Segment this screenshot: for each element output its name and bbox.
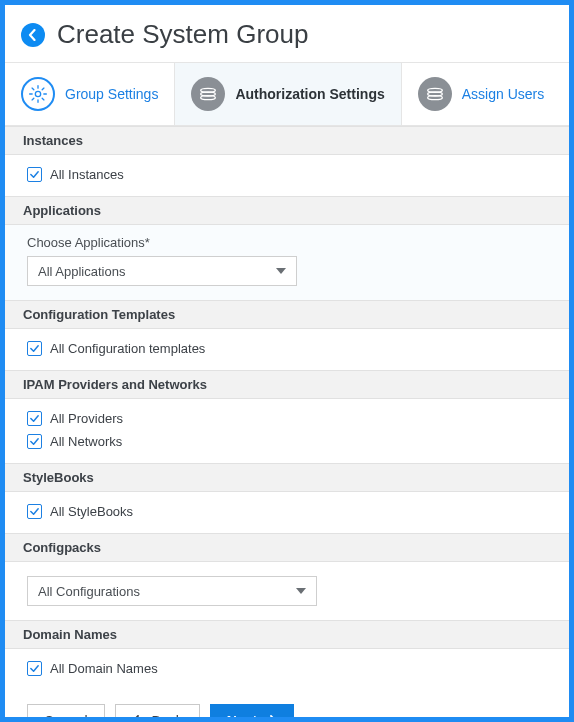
section-body-applications: Choose Applications* All Applications — [5, 225, 569, 300]
tab-label: Assign Users — [462, 86, 544, 102]
tab-label: Group Settings — [65, 86, 158, 102]
checkbox-label: All Configuration templates — [50, 341, 205, 356]
next-button[interactable]: Next — [210, 704, 294, 722]
gear-icon — [21, 77, 55, 111]
tab-label: Authorization Settings — [235, 86, 384, 102]
checkbox-label: All StyleBooks — [50, 504, 133, 519]
checkbox-icon — [27, 434, 42, 449]
select-value: All Configurations — [38, 584, 140, 599]
checkbox-all-providers[interactable]: All Providers — [27, 407, 547, 430]
svg-point-0 — [35, 91, 40, 96]
checkbox-icon — [27, 504, 42, 519]
checkbox-label: All Instances — [50, 167, 124, 182]
section-body-ipam: All Providers All Networks — [5, 399, 569, 463]
stack-icon — [418, 77, 452, 111]
checkbox-icon — [27, 411, 42, 426]
back-button[interactable]: Back — [115, 704, 200, 722]
footer: Cancel Back Next — [5, 690, 569, 722]
applications-select[interactable]: All Applications — [27, 256, 297, 286]
configpacks-select[interactable]: All Configurations — [27, 576, 317, 606]
checkbox-all-domain-names[interactable]: All Domain Names — [27, 657, 547, 680]
button-label: Next — [227, 713, 257, 722]
checkbox-all-stylebooks[interactable]: All StyleBooks — [27, 500, 547, 523]
section-header-config-templates: Configuration Templates — [5, 300, 569, 329]
tab-authorization-settings[interactable]: Authorization Settings — [175, 63, 401, 125]
section-header-domain-names: Domain Names — [5, 620, 569, 649]
cancel-button[interactable]: Cancel — [27, 704, 105, 722]
tab-assign-users[interactable]: Assign Users — [402, 63, 560, 125]
section-header-ipam: IPAM Providers and Networks — [5, 370, 569, 399]
arrow-left-icon — [27, 29, 39, 41]
button-label: Cancel — [44, 713, 88, 722]
choose-applications-label: Choose Applications* — [27, 235, 547, 250]
section-body-stylebooks: All StyleBooks — [5, 492, 569, 533]
section-header-instances: Instances — [5, 126, 569, 155]
checkbox-icon — [27, 167, 42, 182]
button-label: Back — [152, 713, 183, 722]
section-header-applications: Applications — [5, 196, 569, 225]
page-header: Create System Group — [5, 5, 569, 62]
checkbox-all-networks[interactable]: All Networks — [27, 430, 547, 453]
section-header-configpacks: Configpacks — [5, 533, 569, 562]
checkbox-icon — [27, 341, 42, 356]
checkbox-label: All Networks — [50, 434, 122, 449]
tabs-container: Group Settings Authorization Settings As… — [5, 62, 569, 126]
section-body-instances: All Instances — [5, 155, 569, 196]
select-value: All Applications — [38, 264, 125, 279]
section-header-stylebooks: StyleBooks — [5, 463, 569, 492]
section-body-domain-names: All Domain Names — [5, 649, 569, 690]
chevron-down-icon — [276, 268, 286, 274]
checkbox-icon — [27, 661, 42, 676]
back-icon-button[interactable] — [21, 23, 45, 47]
tab-spacer — [560, 63, 574, 125]
stack-icon — [191, 77, 225, 111]
section-body-configpacks: All Configurations — [5, 562, 569, 620]
checkbox-label: All Domain Names — [50, 661, 158, 676]
content: Instances All Instances Applications Cho… — [5, 126, 569, 690]
svg-point-6 — [427, 96, 442, 100]
svg-point-3 — [201, 96, 216, 100]
checkbox-label: All Providers — [50, 411, 123, 426]
page-title: Create System Group — [57, 19, 308, 50]
arrow-left-icon — [132, 715, 146, 722]
tab-group-settings[interactable]: Group Settings — [5, 63, 175, 125]
section-body-config-templates: All Configuration templates — [5, 329, 569, 370]
checkbox-all-config-templates[interactable]: All Configuration templates — [27, 337, 547, 360]
chevron-down-icon — [296, 588, 306, 594]
checkbox-all-instances[interactable]: All Instances — [27, 163, 547, 186]
arrow-right-icon — [263, 715, 277, 722]
